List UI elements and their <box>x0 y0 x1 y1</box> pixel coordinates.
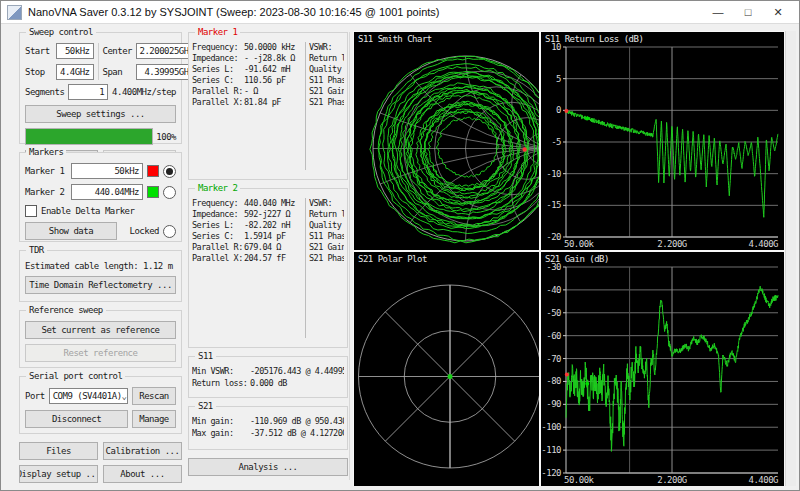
disconnect-button[interactable]: Disconnect <box>25 410 128 428</box>
marker2-data-group: Marker 2 Frequency:440.040 MHz Impedance… <box>188 188 348 348</box>
field-label: Impedance: <box>192 53 244 63</box>
step-text: 4.400MHz/step <box>112 87 176 97</box>
svg-text:-40: -40 <box>546 285 561 295</box>
marker1-color-swatch[interactable] <box>147 165 159 177</box>
field-label: Series L: <box>192 64 244 74</box>
s21-stats-group: S21 Min gain:-110.969 dB @ 950.430MHz Ma… <box>188 406 348 450</box>
stat-label: Min gain: <box>192 416 250 426</box>
charts-scrollbar[interactable] <box>785 31 796 486</box>
marker2-color-swatch[interactable] <box>147 186 159 198</box>
segments-input[interactable]: 1 <box>68 84 108 100</box>
svg-text:-90: -90 <box>546 399 561 409</box>
return-loss-chart[interactable]: S11 Return Loss (dB) 1050-5-10-15-2050.0… <box>541 32 784 250</box>
stop-input[interactable]: 4.4GHz <box>56 64 94 80</box>
marker2-input[interactable]: 440.04MHz <box>71 184 143 200</box>
marker2-data-left: Frequency:440.040 MHz Impedance:592-j227… <box>192 198 302 338</box>
close-icon[interactable]: ✕ <box>763 6 793 19</box>
field-value: -91.642 mH <box>244 64 290 74</box>
svg-text:4.400G: 4.400G <box>748 239 778 249</box>
field-label: Frequency: <box>192 198 244 208</box>
marker2-data-title: Marker 2 <box>195 183 240 193</box>
port-label: Port <box>25 391 45 401</box>
locked-radio[interactable] <box>163 225 176 238</box>
svg-text:-5: -5 <box>551 137 561 147</box>
app-icon <box>7 5 22 20</box>
stat-value: -110.969 dB @ 950.430MHz <box>250 416 344 426</box>
maximize-icon[interactable]: □ <box>733 6 763 18</box>
delta-marker-label: Enable Delta Marker <box>41 206 134 216</box>
column-divider <box>305 198 306 338</box>
files-button[interactable]: Files <box>19 442 98 460</box>
tdr-group: TDR Estimated cable length: 1.12 m Time … <box>19 250 182 302</box>
column-divider <box>305 42 306 170</box>
marker1-radio[interactable] <box>163 165 176 178</box>
chart-grid: S11 Smith Chart S11 Return Loss (dB) 105… <box>354 32 784 486</box>
field-value: - Ω <box>244 86 258 96</box>
field-value: 592-j227 Ω <box>244 209 290 219</box>
port-select[interactable]: COM9 (SV4401A) ⌄ <box>49 388 128 404</box>
field-value: 81.84 pF <box>244 97 281 107</box>
svg-text:0: 0 <box>556 105 561 115</box>
marker1-label: Marker 1 <box>25 166 67 176</box>
return-loss-chart-title: S11 Return Loss (dB) <box>545 34 643 44</box>
progress-percent: 100% <box>156 132 176 142</box>
about-button[interactable]: About ... <box>103 465 182 483</box>
svg-text:-100: -100 <box>541 422 561 432</box>
polar-plot-chart[interactable]: S21 Polar Plot <box>354 252 539 486</box>
field-label: Series C: <box>192 75 244 85</box>
field-label: S21 Gain: <box>309 242 344 252</box>
markers-title: Markers <box>26 147 66 157</box>
marker2-label: Marker 2 <box>25 187 67 197</box>
stat-label: Max gain: <box>192 428 250 438</box>
span-label: Span <box>103 67 133 77</box>
delta-marker-checkbox[interactable] <box>25 205 37 217</box>
field-label: Series L: <box>192 220 244 230</box>
set-reference-button[interactable]: Set current as reference <box>25 321 176 339</box>
reset-reference-button[interactable]: Reset reference <box>25 344 176 362</box>
analysis-button[interactable]: Analysis ... <box>188 458 348 476</box>
field-label: Frequency: <box>192 42 244 52</box>
rescan-button[interactable]: Rescan <box>132 387 176 405</box>
field-label: Parallel X: <box>192 253 244 263</box>
window-title: NanoVNA Saver 0.3.12 by SYSJOINT (Sweep:… <box>28 6 703 18</box>
minimize-icon[interactable]: — <box>703 6 733 18</box>
display-setup-button[interactable]: Display setup ... <box>19 465 98 483</box>
sweep-settings-button[interactable]: Sweep settings ... <box>25 105 176 123</box>
stop-label: Stop <box>25 67 53 77</box>
progress-bar <box>25 128 153 145</box>
field-label: S21 Phase: <box>309 253 344 263</box>
serial-port-group: Serial port control Port COM9 (SV4401A) … <box>19 376 182 434</box>
gain-chart[interactable]: S21 Gain (dB) -30-40-50-60-70-80-90-100-… <box>541 252 784 486</box>
marker2-data-right: VSWR: Return los Quality fa S11 Phase: S… <box>309 198 344 338</box>
polar-plot-title: S21 Polar Plot <box>358 254 427 264</box>
svg-text:-60: -60 <box>546 331 561 341</box>
svg-text:-80: -80 <box>546 376 561 386</box>
field-value: 204.57 fF <box>244 253 286 263</box>
marker2-radio[interactable] <box>163 186 176 199</box>
gain-chart-title: S21 Gain (dB) <box>545 254 609 264</box>
stat-label: Return loss: <box>192 378 250 388</box>
svg-text:50.00k: 50.00k <box>564 239 595 249</box>
field-label: Parallel X: <box>192 97 244 107</box>
smith-chart[interactable]: S11 Smith Chart <box>354 32 539 250</box>
stat-value: -37.512 dB @ 4.12720GHz <box>250 428 344 438</box>
s11-stats-title: S11 <box>195 351 216 361</box>
marker1-data-title: Marker 1 <box>195 27 240 37</box>
tdr-button[interactable]: Time Domain Reflectometry ... <box>25 276 176 294</box>
field-value: 679.04 Ω <box>244 242 281 252</box>
field-label: S21 Phase: <box>309 97 344 107</box>
field-value: -82.202 nH <box>244 220 290 230</box>
marker1-input[interactable]: 50kHz <box>71 163 143 179</box>
sweep-control-title: Sweep control <box>26 27 96 37</box>
calibration-button[interactable]: Calibration ... <box>103 442 182 460</box>
show-data-button[interactable]: Show data <box>25 222 117 240</box>
left-panel: Sweep control Start 50kHz Stop 4.4GHz <box>19 32 182 483</box>
start-input[interactable]: 50kHz <box>56 43 94 59</box>
field-value: 1.5914 pF <box>244 231 286 241</box>
manage-button[interactable]: Manage <box>132 410 176 428</box>
svg-text:-50: -50 <box>546 308 561 318</box>
stat-value: 0.000 dB <box>250 378 287 388</box>
svg-text:-120: -120 <box>541 468 561 478</box>
reference-sweep-group: Reference sweep Set current as reference… <box>19 310 182 368</box>
locked-label: Locked <box>121 226 159 236</box>
